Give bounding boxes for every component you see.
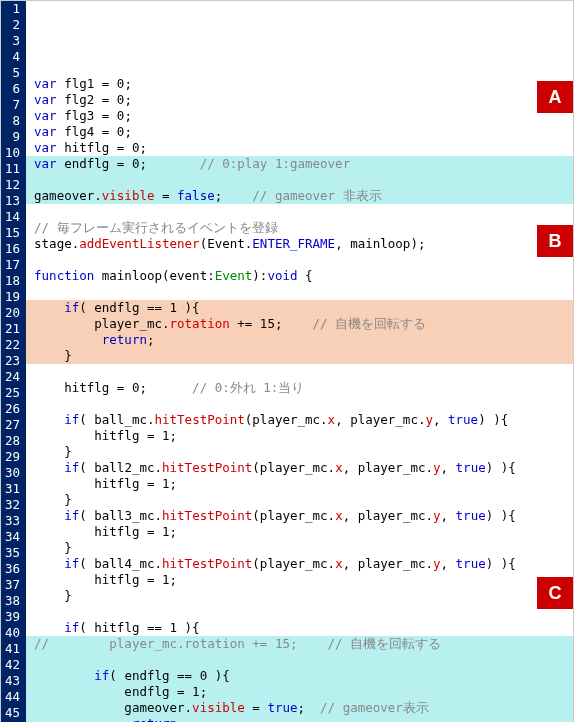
line-number: 44 <box>5 689 20 705</box>
line-number: 21 <box>5 321 20 337</box>
line-number: 39 <box>5 609 20 625</box>
line-number: 6 <box>5 81 20 97</box>
line-number: 2 <box>5 17 20 33</box>
line-number: 11 <box>5 161 20 177</box>
code-line: } <box>26 588 573 604</box>
code-line: var endflg = 0; // 0:play 1:gameover <box>26 156 573 172</box>
line-number: 20 <box>5 305 20 321</box>
code-line <box>26 604 573 620</box>
code-line: hitflg = 1; <box>26 476 573 492</box>
line-number: 27 <box>5 417 20 433</box>
code-line <box>26 204 573 220</box>
line-number: 9 <box>5 129 20 145</box>
code-line: return; <box>26 716 573 722</box>
code-line <box>26 172 573 188</box>
code-line: endflg = 1; <box>26 684 573 700</box>
line-number: 40 <box>5 625 20 641</box>
line-number: 23 <box>5 353 20 369</box>
line-number: 10 <box>5 145 20 161</box>
code-area: A B C var flg1 = 0;var flg2 = 0;var flg3… <box>26 1 573 722</box>
line-number: 16 <box>5 241 20 257</box>
code-line: hitflg = 1; <box>26 428 573 444</box>
line-number: 14 <box>5 209 20 225</box>
code-line <box>26 396 573 412</box>
code-line <box>26 364 573 380</box>
code-line: if( endflg == 0 ){ <box>26 668 573 684</box>
line-number: 28 <box>5 433 20 449</box>
line-number: 31 <box>5 481 20 497</box>
code-line: function mainloop(event:Event):void { <box>26 268 573 284</box>
code-line: gameover.visible = true; // gameover表示 <box>26 700 573 716</box>
code-line: } <box>26 444 573 460</box>
line-number: 41 <box>5 641 20 657</box>
line-number: 4 <box>5 49 20 65</box>
line-number: 43 <box>5 673 20 689</box>
code-line: var flg1 = 0; <box>26 76 573 92</box>
line-number: 37 <box>5 577 20 593</box>
code-line: hitflg = 1; <box>26 524 573 540</box>
line-number: 18 <box>5 273 20 289</box>
line-number: 26 <box>5 401 20 417</box>
line-number: 30 <box>5 465 20 481</box>
code-line: // 毎フレーム実行されるイベントを登録 <box>26 220 573 236</box>
code-line: if( ball4_mc.hitTestPoint(player_mc.x, p… <box>26 556 573 572</box>
code-line: if( hitflg == 1 ){ <box>26 620 573 636</box>
line-number: 19 <box>5 289 20 305</box>
code-editor: 1234567891011121314151617181920212223242… <box>0 0 574 722</box>
line-number: 13 <box>5 193 20 209</box>
line-number: 33 <box>5 513 20 529</box>
line-number: 3 <box>5 33 20 49</box>
line-number: 22 <box>5 337 20 353</box>
line-number: 5 <box>5 65 20 81</box>
code-line <box>26 652 573 668</box>
line-number-gutter: 1234567891011121314151617181920212223242… <box>1 1 26 722</box>
code-line: var hitflg = 0; <box>26 140 573 156</box>
line-number: 45 <box>5 705 20 721</box>
line-number: 34 <box>5 529 20 545</box>
code-line: hitflg = 1; <box>26 572 573 588</box>
line-number: 17 <box>5 257 20 273</box>
code-line: var flg3 = 0; <box>26 108 573 124</box>
line-number: 7 <box>5 97 20 113</box>
line-number: 29 <box>5 449 20 465</box>
code-line: var flg2 = 0; <box>26 92 573 108</box>
line-number: 36 <box>5 561 20 577</box>
code-line <box>26 252 573 268</box>
code-line: } <box>26 348 573 364</box>
code-line: gameover.visible = false; // gameover 非表… <box>26 188 573 204</box>
code-line: } <box>26 492 573 508</box>
line-number: 32 <box>5 497 20 513</box>
line-number: 35 <box>5 545 20 561</box>
line-number: 8 <box>5 113 20 129</box>
code-line: if( ball2_mc.hitTestPoint(player_mc.x, p… <box>26 460 573 476</box>
code-line: } <box>26 540 573 556</box>
line-number: 1 <box>5 1 20 17</box>
code-line: if( endflg == 1 ){ <box>26 300 573 316</box>
code-line: player_mc.rotation += 15; // 自機を回転する <box>26 316 573 332</box>
line-number: 12 <box>5 177 20 193</box>
code-line: stage.addEventListener(Event.ENTER_FRAME… <box>26 236 573 252</box>
code-line: var flg4 = 0; <box>26 124 573 140</box>
code-line: // player_mc.rotation += 15; // 自機を回転する <box>26 636 573 652</box>
line-number: 24 <box>5 369 20 385</box>
code-line: if( ball3_mc.hitTestPoint(player_mc.x, p… <box>26 508 573 524</box>
code-line: if( ball_mc.hitTestPoint(player_mc.x, pl… <box>26 412 573 428</box>
line-number: 15 <box>5 225 20 241</box>
line-number: 42 <box>5 657 20 673</box>
code-line: hitflg = 0; // 0:外れ 1:当り <box>26 380 573 396</box>
code-line: return; <box>26 332 573 348</box>
line-number: 25 <box>5 385 20 401</box>
line-number: 38 <box>5 593 20 609</box>
code-line <box>26 284 573 300</box>
